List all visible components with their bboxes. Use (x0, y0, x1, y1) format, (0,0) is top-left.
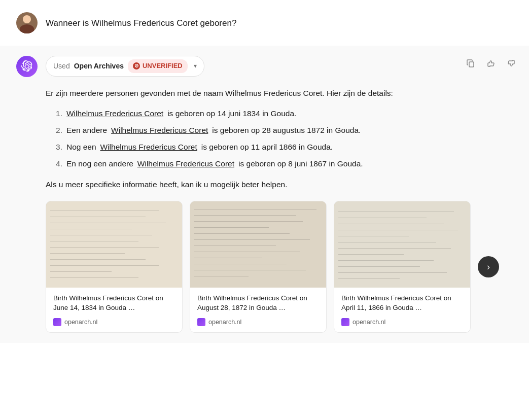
result-card-1[interactable]: Birth Wilhelmus Fredericus Coret on June… (46, 201, 183, 333)
copy-button[interactable] (463, 56, 478, 71)
card-title-1: Birth Wilhelmus Fredericus Coret on June… (53, 294, 175, 313)
assistant-avatar (16, 56, 38, 77)
source-icon-2 (197, 318, 205, 326)
list-item-name[interactable]: Wilhelmus Fredericus Coret (111, 124, 208, 137)
list-item-prefix: En nog een andere (66, 158, 133, 170)
list-item-name[interactable]: Wilhelmus Fredericus Coret (100, 141, 197, 154)
next-icon: › (487, 260, 490, 274)
list-item-name[interactable]: Wilhelmus Fredericus Coret (66, 108, 163, 120)
chevron-down-icon: ▾ (194, 61, 197, 71)
thumbup-icon (487, 59, 495, 67)
list-item: En nog een andere Wilhelmus Fredericus C… (56, 158, 513, 170)
thumbdown-icon (507, 59, 515, 67)
tool-name-label: Open Archives (74, 60, 124, 72)
source-label-1: openarch.nl (64, 317, 97, 327)
list-item-rest: is geboren op 28 augustus 1872 in Gouda. (212, 124, 361, 137)
next-button[interactable]: › (478, 256, 499, 277)
unverified-badge: ⊘ UNVERIFIED (128, 59, 188, 73)
action-icons (463, 56, 519, 71)
card-body-1: Birth Wilhelmus Fredericus Coret on June… (46, 288, 182, 332)
unverified-label: UNVERIFIED (143, 61, 183, 72)
card-image-sim-1 (46, 201, 182, 288)
list-item-prefix: Nog een (66, 141, 96, 154)
card-image-2 (190, 201, 326, 288)
unverified-icon: ⊘ (133, 62, 140, 69)
user-message-row: Wanneer is Wilhelmus Fredericus Coret ge… (0, 0, 529, 46)
card-image-1 (46, 201, 182, 288)
results-list: Wilhelmus Fredericus Coret is geboren op… (46, 108, 513, 170)
thumbdown-button[interactable] (504, 56, 519, 71)
tool-badge[interactable]: Used Open Archives ⊘ UNVERIFIED ▾ (46, 56, 204, 77)
result-card-2[interactable]: Birth Wilhelmus Fredericus Coret on Augu… (190, 201, 327, 333)
tool-used-label: Used (53, 60, 70, 72)
cards-container: Birth Wilhelmus Fredericus Coret on June… (46, 201, 513, 333)
card-image-sim-3 (334, 201, 470, 288)
closing-text: Als u meer specifieke informatie heeft, … (46, 179, 513, 191)
card-body-3: Birth Wilhelmus Fredericus Coret on Apri… (334, 288, 470, 332)
list-item-rest: is geboren op 11 april 1866 in Gouda. (201, 141, 333, 154)
list-item-rest: is geboren op 8 juni 1867 in Gouda. (238, 158, 363, 170)
user-avatar (16, 12, 38, 33)
svg-rect-0 (469, 62, 474, 67)
card-title-3: Birth Wilhelmus Fredericus Coret on Apri… (341, 294, 463, 313)
user-message-text: Wanneer is Wilhelmus Fredericus Coret ge… (46, 12, 236, 30)
card-source-2: openarch.nl (197, 317, 319, 327)
list-item: Wilhelmus Fredericus Coret is geboren op… (56, 108, 513, 120)
card-source-1: openarch.nl (53, 317, 175, 327)
assistant-content: Used Open Archives ⊘ UNVERIFIED ▾ Er zij… (46, 56, 513, 333)
source-label-2: openarch.nl (208, 317, 241, 327)
source-icon-1 (53, 318, 61, 326)
list-item: Nog een Wilhelmus Fredericus Coret is ge… (56, 141, 513, 154)
openai-logo-icon (21, 60, 33, 73)
result-card-3[interactable]: Birth Wilhelmus Fredericus Coret on Apri… (334, 201, 471, 333)
card-image-3 (334, 201, 470, 288)
card-body-2: Birth Wilhelmus Fredericus Coret on Augu… (190, 288, 326, 332)
source-label-3: openarch.nl (352, 317, 385, 327)
card-title-2: Birth Wilhelmus Fredericus Coret on Augu… (197, 294, 319, 313)
list-item-name[interactable]: Wilhelmus Fredericus Coret (137, 158, 234, 170)
copy-icon (467, 59, 475, 67)
card-image-sim-2 (190, 201, 326, 288)
thumbup-button[interactable] (483, 56, 499, 71)
list-item-rest: is geboren op 14 juni 1834 in Gouda. (167, 108, 296, 120)
assistant-response-row: Used Open Archives ⊘ UNVERIFIED ▾ Er zij… (0, 46, 529, 343)
card-source-3: openarch.nl (341, 317, 463, 327)
source-icon-3 (341, 318, 349, 326)
list-item-prefix: Een andere (66, 124, 107, 137)
intro-text: Er zijn meerdere personen gevonden met d… (46, 87, 513, 100)
list-item: Een andere Wilhelmus Fredericus Coret is… (56, 124, 513, 137)
